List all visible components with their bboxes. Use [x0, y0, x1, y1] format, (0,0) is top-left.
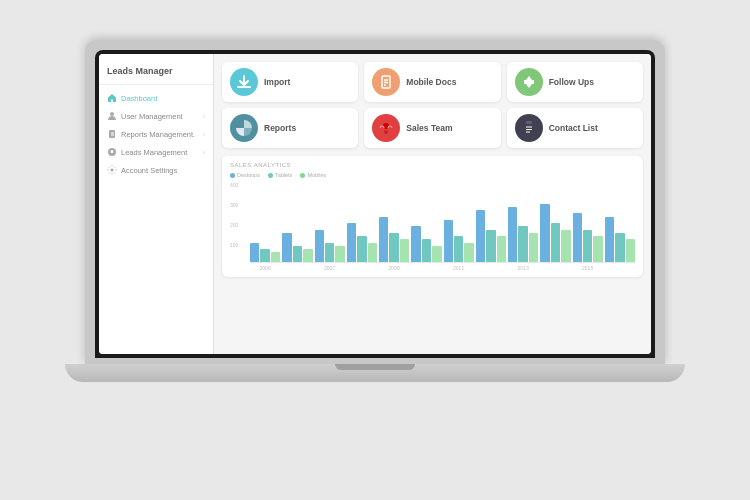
sidebar-label-user-management: User Management: [121, 112, 183, 121]
mobile-docs-card[interactable]: Mobile Docs: [364, 62, 500, 102]
bar-group: [379, 217, 409, 263]
chart-bar: [432, 246, 441, 262]
svg-point-4: [111, 169, 114, 172]
feature-grid: Import: [222, 62, 643, 148]
chart-bar: [250, 243, 259, 263]
laptop-base: [65, 364, 685, 382]
chart-bar: [454, 236, 463, 262]
legend-dot-desktops: [230, 173, 235, 178]
x-label: [411, 265, 441, 271]
reports-card[interactable]: Reports: [222, 108, 358, 148]
follow-ups-card[interactable]: Follow Ups: [507, 62, 643, 102]
legend-dot-mobiles: [300, 173, 305, 178]
chart-bar: [508, 207, 517, 262]
x-label: 2007: [315, 265, 345, 271]
bar-group: [540, 204, 570, 263]
svg-point-0: [110, 112, 114, 116]
bar-group: [347, 223, 377, 262]
chart-baseline: [250, 262, 635, 263]
x-label: [605, 265, 635, 271]
import-icon: [230, 68, 258, 96]
arrow-icon-3: ›: [203, 149, 205, 156]
svg-rect-1: [109, 130, 115, 138]
chart-bar: [605, 217, 614, 263]
chart-bar: [293, 246, 302, 262]
x-label: 2011: [444, 265, 474, 271]
legend-label-desktops: Desktops: [237, 172, 260, 178]
chart-bar: [444, 220, 453, 262]
chart-bar: [529, 233, 538, 262]
follow-ups-label: Follow Ups: [549, 77, 594, 87]
sidebar-label-leads: Leads Management: [121, 148, 187, 157]
chart-bars: 400 300 200 100: [230, 182, 635, 262]
chart-bar: [615, 233, 624, 262]
bar-group: [508, 207, 538, 262]
leads-icon: [107, 147, 117, 157]
report-icon: [107, 129, 117, 139]
x-label: 2008: [379, 265, 409, 271]
x-label: [476, 265, 506, 271]
bar-group: [282, 233, 312, 262]
bar-group: [411, 226, 441, 262]
chart-bar: [400, 239, 409, 262]
chart-bar: [411, 226, 420, 262]
x-axis: 200620072008201120132015: [230, 265, 635, 271]
chart-bar: [315, 230, 324, 263]
x-label: [282, 265, 312, 271]
sidebar-label-reports: Reports Management.: [121, 130, 195, 139]
x-label: 2015: [573, 265, 603, 271]
bar-group: [573, 213, 603, 262]
sales-team-card[interactable]: Sales Team: [364, 108, 500, 148]
legend-tablets: Tablets: [268, 172, 292, 178]
contact-list-card[interactable]: Contact List: [507, 108, 643, 148]
chart-bar: [626, 239, 635, 262]
screen: Leads Manager Dashboard User Management: [99, 54, 651, 354]
chart-bar: [476, 210, 485, 262]
legend-label-mobiles: Mobiles: [307, 172, 326, 178]
legend-label-tablets: Tablets: [275, 172, 292, 178]
home-icon: [107, 93, 117, 103]
y-axis: 400 300 200 100: [230, 182, 240, 248]
reports-icon: [230, 114, 258, 142]
sidebar-item-leads-management[interactable]: Leads Management ›: [99, 143, 213, 161]
settings-icon: [107, 165, 117, 175]
bar-group: [444, 220, 474, 262]
chart-bar: [271, 252, 280, 262]
chart-bar: [518, 226, 527, 262]
sidebar-item-reports-management[interactable]: Reports Management. ›: [99, 125, 213, 143]
chart-bar: [573, 213, 582, 262]
contact-list-icon: [515, 114, 543, 142]
legend-desktops: Desktops: [230, 172, 260, 178]
chart-bar: [497, 236, 506, 262]
import-card[interactable]: Import: [222, 62, 358, 102]
chart-bar: [551, 223, 560, 262]
reports-label: Reports: [264, 123, 296, 133]
sidebar-item-dashboard[interactable]: Dashboard: [99, 89, 213, 107]
chart-bar: [368, 243, 377, 263]
chart-legend: Desktops Tablets Mobiles: [230, 172, 635, 178]
sidebar-item-account-settings[interactable]: Account Settings: [99, 161, 213, 179]
sidebar-item-user-management[interactable]: User Management ›: [99, 107, 213, 125]
bar-group: [605, 217, 635, 263]
x-label: [347, 265, 377, 271]
svg-rect-15: [526, 121, 532, 124]
screen-bezel: Leads Manager Dashboard User Management: [95, 50, 655, 358]
chart-bar: [325, 243, 334, 263]
sidebar: Leads Manager Dashboard User Management: [99, 54, 214, 354]
chart-bar: [561, 230, 570, 263]
bar-group: [315, 230, 345, 263]
import-label: Import: [264, 77, 290, 87]
laptop-container: Leads Manager Dashboard User Management: [65, 40, 685, 460]
chart-bar: [335, 246, 344, 262]
x-label: 2006: [250, 265, 280, 271]
app-title: Leads Manager: [99, 62, 213, 85]
mobile-docs-icon: [372, 68, 400, 96]
chart-title: SALES ANALYTICS: [230, 162, 635, 168]
chart-bar: [357, 236, 366, 262]
chart-bar: [282, 233, 291, 262]
chart-bar: [260, 249, 269, 262]
legend-dot-tablets: [268, 173, 273, 178]
chart-bar: [583, 230, 592, 263]
chart-bar: [422, 239, 431, 262]
chart-bar: [347, 223, 356, 262]
